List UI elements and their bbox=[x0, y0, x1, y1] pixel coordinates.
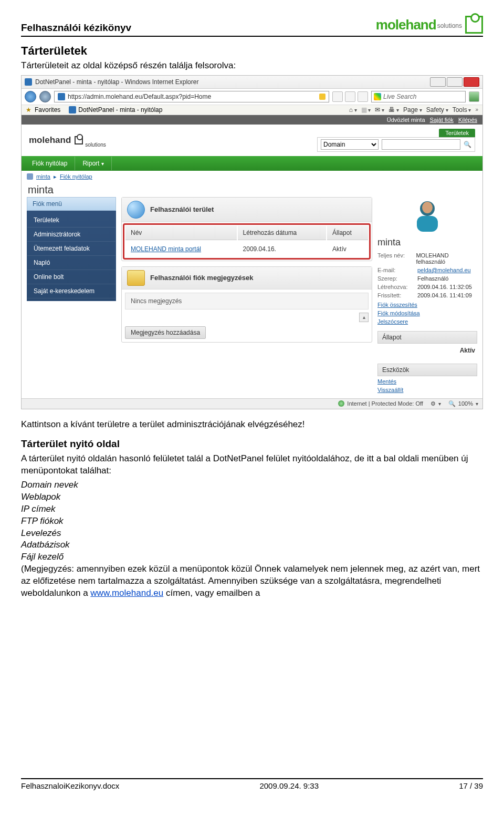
url-input[interactable] bbox=[68, 93, 317, 100]
minimize-button[interactable] bbox=[430, 77, 446, 87]
panel-logo: molehand solutions bbox=[29, 135, 106, 146]
col-name[interactable]: Név bbox=[125, 226, 237, 240]
rk-fullname: Teljes név: bbox=[377, 252, 413, 265]
section-intro: Tárterületeit az oldal középső részén ta… bbox=[21, 60, 483, 72]
page-menu[interactable]: Page ▾ bbox=[403, 106, 422, 113]
highlighted-row-box: Név Létrehozás dátuma Állapot MOLEHAND m… bbox=[123, 223, 371, 260]
sidebar-item-shop[interactable]: Online bolt bbox=[27, 270, 116, 284]
avatar bbox=[409, 197, 446, 234]
col-status[interactable]: Állapot bbox=[327, 226, 368, 240]
panel-logo-word2: solutions bbox=[85, 142, 106, 148]
menu-item-2: Weblapok bbox=[21, 491, 483, 503]
right-status-value: Aktív bbox=[377, 344, 477, 357]
ie-icon bbox=[58, 93, 65, 100]
sidebar-item-admins[interactable]: Adminisztrátorok bbox=[27, 228, 116, 242]
sidebar-item-ecommerce[interactable]: Saját e-kereskedelem bbox=[27, 284, 116, 298]
subheading: Tárterület nyitó oldal bbox=[21, 438, 483, 450]
collapse-icon[interactable]: ▴ bbox=[359, 313, 369, 322]
favorites-star-icon[interactable]: ★ bbox=[26, 106, 32, 113]
home-icon[interactable]: ⌂ ▾ bbox=[349, 106, 357, 113]
menu-item-1: Domain nevek bbox=[21, 479, 483, 491]
area-status: Aktív bbox=[327, 241, 368, 257]
sidebar-item-scheduled[interactable]: Ütemezett feladatok bbox=[27, 242, 116, 256]
sidebar: Fiók menü Területek Adminisztrátorok Üte… bbox=[27, 197, 116, 393]
ie-commandbar: ★ Favorites DotNetPanel - minta - nyitól… bbox=[22, 105, 482, 115]
section-title: Tárterületek bbox=[21, 44, 483, 58]
svg-rect-1 bbox=[417, 216, 438, 232]
search-go-icon[interactable]: 🔍 bbox=[464, 141, 471, 148]
page-footer: FelhasznaloiKezikonyv.docx 2009.09.24. 9… bbox=[21, 778, 483, 790]
link-account-summary[interactable]: Fiók összesítés bbox=[377, 302, 477, 308]
maximize-button[interactable] bbox=[447, 77, 463, 87]
tab-report[interactable]: Riport ▾ bbox=[75, 157, 111, 170]
right-account-name: minta bbox=[377, 237, 477, 248]
card-account-notes: Felhasználói fiók megjegyzések Nincs meg… bbox=[121, 266, 372, 343]
area-link[interactable]: MOLEHAND minta portál bbox=[131, 245, 201, 253]
rk-created: Létrehozva: bbox=[377, 284, 414, 290]
logout-link[interactable]: Kilépés bbox=[458, 117, 477, 123]
link-backup[interactable]: Mentés bbox=[377, 378, 477, 385]
logo-icon bbox=[465, 16, 483, 34]
search-go-button[interactable] bbox=[469, 91, 479, 102]
instruction-text: Kattintson a kívánt területre a terület … bbox=[21, 419, 483, 431]
link-password-change[interactable]: Jelszócsere bbox=[377, 318, 477, 325]
footer-timestamp: 2009.09.24. 9:33 bbox=[259, 781, 319, 790]
crumb-user[interactable]: minta bbox=[36, 173, 50, 180]
link-account-edit[interactable]: Fiók módosítása bbox=[377, 310, 477, 316]
screenshot-ie-window: DotNetPanel - minta - nyitólap - Windows… bbox=[21, 75, 483, 409]
no-notes-text: Nincs megjegyzés bbox=[125, 293, 369, 309]
zone-text: Internet | Protected Mode: Off bbox=[347, 400, 423, 407]
domain-search-input[interactable] bbox=[382, 139, 460, 150]
search-provider-icon bbox=[374, 93, 381, 100]
favorites-label[interactable]: Favorites bbox=[35, 106, 60, 113]
rk-email: E-mail: bbox=[377, 267, 414, 273]
protected-mode-icon[interactable]: ⚙ bbox=[430, 400, 436, 407]
tools-menu[interactable]: Tools ▾ bbox=[453, 106, 471, 113]
add-note-button[interactable]: Megjegyzés hozzáadása bbox=[125, 326, 206, 339]
svg-point-2 bbox=[422, 202, 433, 213]
zoom-value: 100% bbox=[458, 400, 473, 407]
own-account-link[interactable]: Saját fiók bbox=[430, 117, 454, 123]
area-created: 2009.04.16. bbox=[238, 241, 327, 257]
search-area-label: Területek bbox=[439, 129, 475, 137]
search-box[interactable]: Live Search bbox=[371, 91, 466, 102]
stop-button[interactable] bbox=[358, 91, 368, 102]
crumb-page[interactable]: Fiók nyitólap bbox=[60, 173, 92, 180]
sidebar-header: Fiók menü bbox=[27, 197, 116, 211]
safety-menu[interactable]: Safety ▾ bbox=[426, 106, 448, 113]
mail-icon[interactable]: ✉ ▾ bbox=[375, 106, 384, 113]
right-pane: minta Teljes név:MOLEHAND felhasználó E-… bbox=[377, 197, 477, 393]
rv-email[interactable]: pelda@molehand.eu bbox=[417, 267, 471, 273]
forward-button[interactable] bbox=[39, 91, 51, 102]
card-user-area: Felhasználói terület Név Létrehozás dátu… bbox=[121, 197, 372, 261]
close-button[interactable] bbox=[464, 77, 479, 87]
logo-word1: molehand bbox=[376, 17, 436, 33]
welcome-bar: Üdvözlet minta Saját fiók Kilépés bbox=[22, 115, 482, 125]
sidebar-item-log[interactable]: Napló bbox=[27, 256, 116, 270]
more-chevron-icon[interactable]: » bbox=[475, 107, 478, 112]
tab-label[interactable]: DotNetPanel - minta - nyitólap bbox=[78, 106, 162, 113]
internet-zone-icon bbox=[338, 400, 344, 407]
col-created[interactable]: Létrehozás dátuma bbox=[238, 226, 327, 240]
molehand-link[interactable]: www.molehand.eu bbox=[90, 588, 163, 598]
ie-title-text: DotNetPanel - minta - nyitólap - Windows… bbox=[35, 78, 198, 86]
link-restore[interactable]: Visszaállít bbox=[377, 387, 477, 393]
doc-title: Felhasználói kézikönyv bbox=[21, 22, 131, 34]
para-2: A tárterület nyitó oldalán hasonló felül… bbox=[21, 453, 483, 477]
ie-statusbar: Internet | Protected Mode: Off ⚙ ▾ 🔍 100… bbox=[22, 398, 482, 409]
zoom-icon[interactable]: 🔍 bbox=[448, 400, 456, 407]
domain-select[interactable]: Domain bbox=[321, 139, 379, 150]
refresh-button[interactable] bbox=[345, 91, 355, 102]
menu-item-3: IP címek bbox=[21, 503, 483, 515]
feeds-icon[interactable]: ▦ ▾ bbox=[361, 106, 371, 113]
ie-favicon bbox=[25, 78, 32, 86]
sidebar-item-areas[interactable]: Területek bbox=[27, 213, 116, 228]
back-button[interactable] bbox=[25, 91, 36, 102]
rv-fullname: MOLEHAND felhasználó bbox=[416, 252, 477, 265]
address-bar[interactable] bbox=[54, 91, 329, 102]
tab-account-home[interactable]: Fiók nyitólap bbox=[25, 157, 75, 170]
rv-created: 2009.04.16. 11:32:05 bbox=[417, 284, 472, 290]
menu-item-6: Adatbázisok bbox=[21, 539, 483, 551]
compat-button[interactable] bbox=[332, 91, 343, 102]
print-icon[interactable]: 🖶 ▾ bbox=[388, 106, 399, 113]
